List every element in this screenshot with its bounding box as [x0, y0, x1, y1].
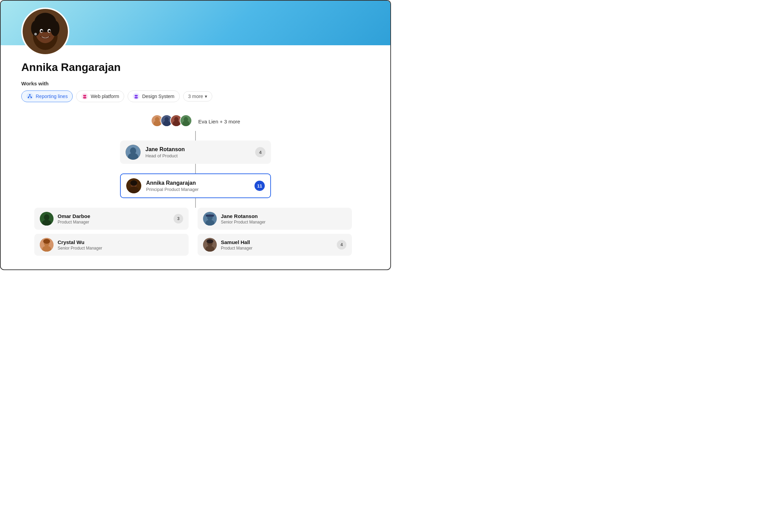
manager-count-badge: 4 [255, 147, 265, 157]
jane2-name: Jane Rotanson [221, 213, 346, 219]
child-card-samuel[interactable]: Samuel Hall Product Manager 4 [198, 234, 352, 256]
tag-design-system-label: Design System [142, 94, 174, 99]
more-button-label: 3 more [188, 94, 203, 99]
web-platform-icon [81, 93, 88, 100]
crystal-avatar [40, 238, 54, 252]
samuel-info: Samuel Hall Product Manager [221, 239, 333, 251]
svg-point-29 [163, 121, 170, 127]
svg-point-57 [206, 239, 213, 243]
reporting-lines-icon [26, 93, 33, 100]
connector-self-children [195, 198, 196, 208]
svg-point-42 [130, 180, 137, 186]
connector-manager-self [195, 164, 196, 173]
more-button[interactable]: 3 more ▾ [183, 91, 213, 101]
top-group-avatars [151, 114, 192, 127]
tag-reporting-lines-label: Reporting lines [36, 94, 68, 99]
omar-title: Product Manager [58, 220, 169, 225]
svg-rect-49 [206, 215, 214, 217]
svg-point-22 [136, 95, 138, 97]
manager-name: Jane Rotanson [145, 146, 250, 153]
omar-count-badge: 3 [174, 214, 183, 223]
samuel-avatar [203, 238, 217, 252]
org-chart: Eva Lien + 3 more Jane Rotanson Head of … [21, 114, 370, 256]
child-card-omar[interactable]: Omar Darboe Product Manager 3 [34, 208, 189, 230]
omar-info: Omar Darboe Product Manager [58, 213, 169, 225]
self-count-badge: 11 [254, 181, 265, 191]
profile-avatar [21, 8, 69, 56]
svg-point-26 [153, 121, 161, 127]
chevron-down-icon: ▾ [205, 94, 207, 99]
crystal-name: Crystal Wu [58, 239, 183, 245]
svg-rect-12 [28, 97, 29, 98]
child-card-crystal[interactable]: Crystal Wu Senior Product Manager [34, 234, 189, 256]
tag-web-platform[interactable]: Web platform [76, 90, 124, 102]
profile-name: Annika Rangarajan [21, 61, 370, 74]
self-name: Annika Rangarajan [146, 180, 250, 186]
top-group-label: Eva Lien + 3 more [198, 119, 240, 124]
manager-title: Head of Product [145, 153, 250, 158]
tag-reporting-lines[interactable]: Reporting lines [21, 90, 73, 102]
svg-point-23 [134, 97, 138, 99]
svg-point-53 [43, 239, 50, 244]
self-title: Principal Product Manager [146, 187, 250, 192]
works-with-label: Works with [21, 81, 370, 86]
self-card[interactable]: Annika Rangarajan Principal Product Mana… [120, 173, 271, 198]
svg-rect-13 [31, 97, 32, 98]
tag-web-platform-label: Web platform [91, 94, 119, 99]
svg-point-19 [85, 95, 86, 97]
jane2-avatar [203, 212, 217, 226]
svg-rect-11 [29, 94, 31, 95]
manager-card[interactable]: Jane Rotanson Head of Product 4 [120, 141, 271, 164]
connector-top-manager [195, 131, 196, 141]
crystal-title: Senior Product Manager [58, 246, 183, 251]
svg-point-10 [34, 33, 37, 36]
tag-design-system[interactable]: Design System [128, 90, 179, 102]
crystal-info: Crystal Wu Senior Product Manager [58, 239, 183, 251]
svg-point-9 [48, 30, 51, 33]
tags-row: Reporting lines Web platform Design [21, 90, 370, 102]
svg-point-8 [40, 30, 43, 33]
omar-name: Omar Darboe [58, 213, 169, 219]
design-system-icon [133, 93, 140, 100]
svg-point-20 [83, 97, 86, 99]
samuel-name: Samuel Hall [221, 239, 333, 245]
self-info: Annika Rangarajan Principal Product Mana… [146, 180, 250, 192]
child-card-jane[interactable]: Jane Rotanson Senior Product Manager [198, 208, 352, 230]
svg-point-44 [44, 214, 49, 220]
manager-avatar [126, 145, 141, 160]
omar-avatar [40, 212, 54, 226]
children-grid: Omar Darboe Product Manager 3 Jane Rotan [34, 208, 357, 256]
profile-avatar-container [21, 8, 370, 56]
manager-info: Jane Rotanson Head of Product [145, 146, 250, 158]
top-avatar-4 [180, 114, 192, 127]
self-avatar [126, 178, 141, 193]
jane2-title: Senior Product Manager [221, 220, 346, 225]
svg-point-35 [182, 121, 189, 127]
svg-point-32 [173, 121, 180, 127]
top-group-row: Eva Lien + 3 more [151, 114, 240, 128]
samuel-title: Product Manager [221, 246, 333, 251]
svg-point-5 [50, 21, 59, 36]
samuel-count-badge: 4 [337, 240, 346, 250]
jane2-info: Jane Rotanson Senior Product Manager [221, 213, 346, 225]
